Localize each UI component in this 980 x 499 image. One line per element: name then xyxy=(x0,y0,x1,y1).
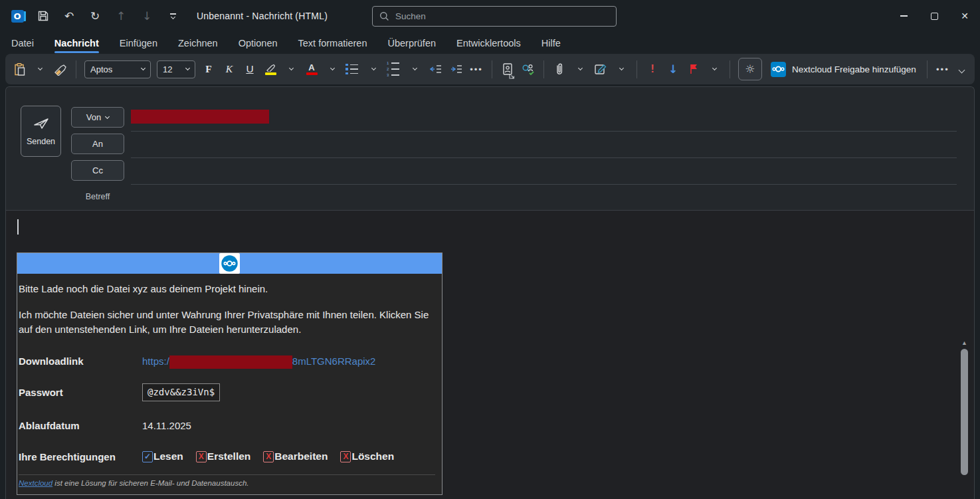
follow-up-flag-icon[interactable] xyxy=(686,59,701,79)
subject-label: Betreff xyxy=(71,192,124,201)
from-button[interactable]: Von xyxy=(71,107,124,128)
cc-field[interactable] xyxy=(131,160,957,183)
customize-quick-access-icon[interactable] xyxy=(165,9,180,23)
tab-einfuegen[interactable]: Einfügen xyxy=(118,32,159,54)
ribbon-overflow-icon[interactable]: ••• xyxy=(935,59,950,79)
address-book-icon[interactable] xyxy=(500,59,515,79)
undo-icon[interactable]: ↶ xyxy=(62,9,76,23)
download-link-label: Downloadlink xyxy=(19,354,142,369)
tab-hilfe[interactable]: Hilfe xyxy=(540,32,562,54)
minimize-icon[interactable] xyxy=(888,0,919,32)
from-field-redacted-value[interactable] xyxy=(131,110,269,124)
share-description-text: Ich möchte Dateien sicher und unter Wahr… xyxy=(19,308,435,337)
to-field[interactable] xyxy=(131,134,957,156)
permissions-label: Ihre Berechtigungen xyxy=(19,450,142,464)
permissions-row: Ihre Berechtigungen ✓ Lesen X Erstellen … xyxy=(19,449,435,464)
title-bar: ↶ ↻ ↑ ↓ Unbenannt - Nachricht (HTML) ✕ xyxy=(0,0,980,32)
subject-field[interactable] xyxy=(131,187,957,209)
chevron-down-icon xyxy=(141,66,146,70)
scrollbar-thumb[interactable] xyxy=(961,349,968,475)
to-label: An xyxy=(92,139,103,149)
body-scrollbar[interactable]: ▲ xyxy=(959,338,970,495)
text-cursor xyxy=(17,219,19,235)
download-link-row: Downloadlink https:/8mLTGN6RRapix2 xyxy=(19,354,435,369)
format-painter-icon[interactable] xyxy=(53,59,68,79)
paste-dropdown-icon[interactable] xyxy=(33,59,47,79)
underline-button[interactable]: U xyxy=(243,59,257,79)
numbered-list-dropdown-icon[interactable] xyxy=(407,59,422,79)
share-card-footer: Nextcloud ist eine Lösung für sicheren E… xyxy=(19,474,435,491)
increase-indent-icon[interactable] xyxy=(448,59,463,79)
font-size-value: 12 xyxy=(163,64,172,74)
outlook-app-icon xyxy=(10,9,25,23)
more-formatting-icon[interactable]: ••• xyxy=(469,59,484,79)
download-link-suffix[interactable]: 8mLTGN6RRapix2 xyxy=(292,355,376,367)
footer-text: ist eine Lösung für sicheren E-Mail- und… xyxy=(52,479,248,487)
save-icon[interactable] xyxy=(36,9,50,23)
permissions-list: ✓ Lesen X Erstellen X Bearbeiten X xyxy=(142,449,394,464)
flag-dropdown-icon[interactable] xyxy=(707,59,722,79)
nextcloud-logo-icon xyxy=(771,62,786,77)
move-up-icon[interactable]: ↑ xyxy=(114,9,128,23)
nextcloud-share-button[interactable]: Nextcloud Freigabe hinzufügen xyxy=(768,62,919,77)
checkbox-denied-icon: X xyxy=(340,451,351,462)
window-controls: ✕ xyxy=(888,0,980,32)
font-color-dropdown-icon[interactable] xyxy=(325,59,340,79)
numbered-list-icon[interactable]: 1 2 3 xyxy=(387,59,401,79)
download-link-value: https:/8mLTGN6RRapix2 xyxy=(142,354,375,369)
attach-file-icon[interactable] xyxy=(552,59,567,79)
nextcloud-share-label: Nextcloud Freigabe hinzufügen xyxy=(792,64,916,74)
to-button[interactable]: An xyxy=(71,134,124,154)
share-card-content: Bitte Lade noch die Datei xyz aus deinem… xyxy=(17,274,442,494)
decrease-indent-icon[interactable] xyxy=(428,59,442,79)
chevron-down-icon xyxy=(185,66,190,70)
tab-nachricht[interactable]: Nachricht xyxy=(53,32,100,54)
bold-button[interactable]: F xyxy=(201,59,216,79)
maximize-icon[interactable] xyxy=(919,0,949,32)
sensitivity-sun-icon[interactable]: ☼ xyxy=(738,58,762,80)
search-input[interactable] xyxy=(395,11,609,21)
signature-dropdown-icon[interactable] xyxy=(614,59,629,79)
attach-dropdown-icon[interactable] xyxy=(573,59,587,79)
font-name-select[interactable]: Aptos xyxy=(84,60,151,78)
font-size-select[interactable]: 12 xyxy=(157,60,195,78)
tab-datei[interactable]: Datei xyxy=(10,32,35,54)
permission-loeschen: X Löschen xyxy=(340,449,394,464)
scroll-up-icon[interactable]: ▲ xyxy=(959,338,970,348)
bullet-list-dropdown-icon[interactable] xyxy=(366,59,381,79)
send-button[interactable]: Senden xyxy=(21,106,61,157)
download-link[interactable]: https:/ xyxy=(142,355,169,367)
font-color-icon[interactable]: A xyxy=(304,59,319,79)
low-importance-icon[interactable]: ↓ xyxy=(666,59,680,79)
paste-icon[interactable] xyxy=(12,59,27,79)
checkbox-checked-icon: ✓ xyxy=(142,451,153,462)
text-highlight-icon[interactable] xyxy=(263,59,278,79)
signature-icon[interactable] xyxy=(593,59,608,79)
nextcloud-footer-link[interactable]: Nextcloud xyxy=(19,479,52,487)
expiry-label: Ablaufdatum xyxy=(19,419,142,433)
move-down-icon[interactable]: ↓ xyxy=(140,9,154,23)
font-name-value: Aptos xyxy=(90,64,112,74)
high-importance-icon[interactable]: ! xyxy=(645,59,660,79)
message-body[interactable]: Bitte Lade noch die Datei xyz aus deinem… xyxy=(6,211,974,499)
bullet-list-icon[interactable] xyxy=(345,59,360,79)
share-card-header xyxy=(17,253,442,274)
search-box[interactable] xyxy=(372,6,617,27)
close-icon[interactable]: ✕ xyxy=(949,0,980,32)
ribbon-tab-bar: Datei Nachricht Einfügen Zeichnen Option… xyxy=(0,32,980,54)
italic-button[interactable]: K xyxy=(222,59,237,79)
collapse-ribbon-icon[interactable] xyxy=(959,63,968,75)
highlight-dropdown-icon[interactable] xyxy=(284,59,298,79)
tab-text-formatieren[interactable]: Text formatieren xyxy=(297,32,369,54)
tab-ueberpruefen[interactable]: Überprüfen xyxy=(386,32,437,54)
send-icon xyxy=(33,116,50,131)
expiry-value: 14.11.2025 xyxy=(142,419,191,433)
tab-zeichnen[interactable]: Zeichnen xyxy=(177,32,219,54)
cc-button[interactable]: Cc xyxy=(71,160,124,181)
tab-entwicklertools[interactable]: Entwicklertools xyxy=(455,32,522,54)
chevron-down-icon xyxy=(105,114,110,118)
password-value: @zdv&&z3iVn$ xyxy=(142,383,220,401)
check-names-icon[interactable] xyxy=(521,59,536,79)
redo-icon[interactable]: ↻ xyxy=(88,9,102,23)
tab-optionen[interactable]: Optionen xyxy=(237,32,279,54)
